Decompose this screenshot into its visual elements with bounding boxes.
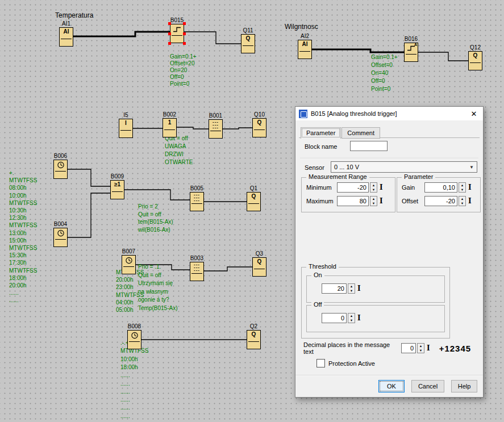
block-body[interactable]: Q	[241, 34, 255, 53]
block-body[interactable]: ---------	[190, 192, 204, 211]
spin-down-icon[interactable]: ▼	[348, 289, 355, 293]
threshold-on-group: On ▲▼ I	[306, 275, 445, 303]
block-body[interactable]: Q	[247, 330, 261, 349]
wire	[184, 32, 241, 44]
block-Q2[interactable]: Q2Q	[247, 330, 261, 349]
decimal-places-spinner[interactable]: ▲▼	[417, 343, 424, 353]
gain-spinner[interactable]: ▲▼	[459, 182, 466, 193]
analog-marker: A	[414, 43, 417, 47]
spin-down-icon[interactable]: ▼	[459, 187, 465, 192]
gain-input[interactable]	[424, 182, 457, 193]
spin-down-icon[interactable]: ▼	[418, 348, 424, 353]
help-button[interactable]: Help	[451, 380, 477, 392]
threshold-off-spinner[interactable]: ▲▼	[348, 313, 355, 323]
selection-handle[interactable]	[168, 42, 171, 45]
block-B003[interactable]: B003---------	[190, 262, 204, 281]
spin-up-icon[interactable]: ▲	[370, 197, 377, 201]
dialog-titlebar[interactable]: B015 [Analog threshold trigger] ✕	[295, 107, 483, 120]
block-B004[interactable]: B004	[53, 228, 68, 247]
block-body[interactable]	[53, 160, 68, 179]
spin-down-icon[interactable]: ▼	[459, 201, 465, 206]
threshold-on-input[interactable]	[322, 283, 347, 294]
block-body[interactable]: ≥1	[110, 180, 124, 199]
block-body[interactable]: ---------	[209, 119, 223, 139]
maximum-spinner[interactable]: ▲▼	[370, 196, 377, 206]
param-note: wil(B016-Ax)	[138, 227, 170, 233]
message-dashes: ---	[192, 199, 202, 202]
offset-spinner[interactable]: ▲▼	[459, 196, 466, 206]
block-Q12[interactable]: Q12Q	[468, 51, 482, 70]
selection-handle[interactable]	[183, 42, 186, 45]
param-note: 05:00h	[116, 307, 134, 313]
block-I5[interactable]: I5I	[119, 119, 133, 138]
block-body[interactable]: Q	[252, 257, 266, 277]
block-B001[interactable]: B001---------	[209, 119, 223, 139]
cancel-button[interactable]: Cancel	[411, 380, 444, 392]
spin-up-icon[interactable]: ▲	[348, 284, 355, 289]
selection-handle[interactable]	[168, 22, 171, 25]
decimal-places-input[interactable]	[401, 343, 416, 353]
sensor-select[interactable]: 0 ... 10 V ▼	[331, 161, 477, 173]
block-B008[interactable]: B008	[127, 330, 141, 349]
minimum-input[interactable]	[337, 182, 369, 193]
block-B006[interactable]: B006	[53, 160, 68, 179]
param-note: ......	[120, 388, 130, 395]
spin-up-icon[interactable]: ▲	[348, 314, 355, 318]
threshold-on-spinner[interactable]: ▲▼	[348, 283, 355, 294]
ok-button[interactable]: OK	[378, 380, 405, 392]
block-AI1[interactable]: AI1AI	[59, 27, 73, 47]
tab-parameter[interactable]: Parameter	[301, 127, 341, 139]
param-note: ......	[120, 372, 130, 378]
offset-input[interactable]	[424, 196, 457, 206]
block-body[interactable]: AI	[59, 27, 73, 47]
block-body[interactable]: 1	[163, 118, 177, 137]
block-B005[interactable]: B005---------	[190, 192, 204, 211]
block-B009[interactable]: B009≥1	[110, 180, 124, 199]
block-divider	[254, 129, 265, 130]
block-body[interactable]	[53, 228, 68, 247]
minimum-spinner[interactable]: ▲▼	[370, 182, 377, 193]
block-name-input[interactable]	[350, 141, 388, 151]
tab-comment[interactable]: Comment	[341, 127, 380, 139]
block-body[interactable]: Q	[468, 51, 482, 70]
block-Q3[interactable]: Q3Q	[252, 257, 266, 277]
spin-up-icon[interactable]: ▲	[418, 344, 424, 348]
spin-up-icon[interactable]: ▲	[370, 183, 377, 187]
spin-up-icon[interactable]: ▲	[459, 183, 465, 187]
reference-icon: I	[468, 197, 472, 205]
block-body[interactable]: Q	[247, 192, 261, 211]
block-B016[interactable]: B016A	[404, 43, 418, 62]
separator	[295, 375, 483, 375]
block-AI2[interactable]: AI2AI	[298, 40, 312, 59]
block-body[interactable]	[122, 255, 136, 274]
block-Q11[interactable]: Q11Q	[241, 34, 255, 53]
block-body[interactable]: Q	[252, 118, 266, 137]
spin-down-icon[interactable]: ▼	[348, 318, 355, 323]
wire	[73, 32, 170, 36]
selection-handle[interactable]	[168, 32, 171, 35]
threshold-off-input[interactable]	[322, 313, 347, 323]
spin-down-icon[interactable]: ▼	[370, 201, 377, 206]
block-body[interactable]	[170, 24, 184, 43]
spin-up-icon[interactable]: ▲	[459, 197, 465, 201]
block-body[interactable]: AI	[298, 40, 312, 59]
block-B002[interactable]: B0021	[163, 118, 177, 137]
param-note: 15:00h	[9, 237, 27, 244]
block-B015[interactable]: B015	[170, 24, 184, 43]
sensor-value: 0 ... 10 V	[334, 164, 359, 170]
protection-active-checkbox[interactable]	[316, 359, 325, 367]
block-label: AI1	[62, 20, 70, 27]
block-body[interactable]: A	[404, 43, 418, 62]
block-Q1[interactable]: Q1Q	[247, 192, 261, 211]
maximum-input[interactable]	[337, 196, 369, 206]
block-B007[interactable]: B007	[122, 255, 136, 274]
block-body[interactable]: ---------	[190, 262, 204, 281]
block-body[interactable]	[127, 330, 141, 349]
block-body[interactable]: I	[119, 119, 133, 138]
close-icon[interactable]: ✕	[467, 107, 481, 120]
block-Q10[interactable]: Q10Q	[252, 118, 266, 137]
spin-down-icon[interactable]: ▼	[370, 187, 377, 192]
selection-handle[interactable]	[183, 22, 186, 25]
selection-handle[interactable]	[183, 32, 186, 35]
block-label: B001	[209, 112, 222, 119]
